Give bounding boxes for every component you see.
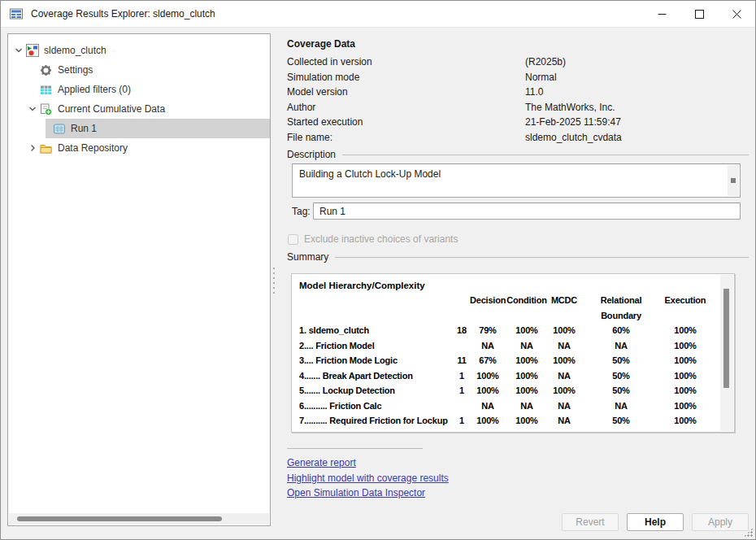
table-row-name: 6.......... Friction Calc bbox=[299, 398, 454, 414]
apply-button: Apply bbox=[692, 513, 749, 531]
coverage-results-explorer-window: Coverage Results Explorer: sldemo_clutch bbox=[0, 0, 756, 540]
maximize-icon bbox=[695, 10, 704, 19]
table-row-name: 4....... Break Apart Detection bbox=[299, 368, 454, 384]
minimize-button[interactable] bbox=[643, 1, 680, 27]
description-textarea[interactable]: Building a Clutch Lock-Up Model This exa… bbox=[292, 163, 741, 198]
tree-item-run1[interactable]: Run 1 bbox=[46, 119, 270, 138]
tree-item-label: Applied filters (0) bbox=[58, 84, 131, 95]
app-icon bbox=[9, 7, 24, 21]
filter-table-icon bbox=[39, 85, 53, 95]
description-line2: This example shows how to use Simulink(R… bbox=[299, 195, 722, 198]
chevron-down-icon[interactable] bbox=[12, 46, 25, 54]
tree-item-model[interactable]: sldemo_clutch bbox=[8, 41, 270, 60]
help-button[interactable]: Help bbox=[627, 513, 684, 531]
tree-item-applied-filters[interactable]: Applied filters (0) bbox=[8, 80, 270, 99]
run-grid-icon bbox=[52, 124, 66, 134]
tree-item-label: Run 1 bbox=[71, 123, 97, 134]
open-sdi-link[interactable]: Open Simulation Data Inspector bbox=[287, 486, 749, 501]
close-icon bbox=[732, 10, 741, 19]
column-header: Execution bbox=[662, 293, 709, 308]
close-button[interactable] bbox=[718, 1, 755, 27]
tree-item-label: Settings bbox=[58, 64, 93, 76]
column-header: Condition bbox=[506, 293, 548, 308]
summary-vertical-scrollbar[interactable] bbox=[720, 275, 733, 431]
table-row-name: 1. sldemo_clutch bbox=[299, 323, 454, 338]
field-value: sldemo_clutch_cvdata bbox=[525, 130, 749, 146]
description-separator-line bbox=[342, 155, 749, 155]
highlight-model-link[interactable]: Highlight model with coverage results bbox=[287, 471, 749, 486]
field-value: The MathWorks, Inc. bbox=[525, 100, 749, 115]
simulink-model-icon bbox=[25, 44, 39, 57]
column-header: MCDC bbox=[548, 293, 580, 308]
tree-horizontal-scrollbar[interactable] bbox=[9, 513, 269, 525]
folder-icon bbox=[39, 143, 53, 154]
description-scrollbar[interactable] bbox=[728, 165, 739, 196]
tag-input[interactable] bbox=[313, 202, 741, 220]
coverage-data-heading: Coverage Data bbox=[287, 38, 749, 50]
column-header: Relational Boundary bbox=[580, 293, 662, 323]
chevron-down-icon[interactable] bbox=[26, 105, 39, 113]
table-row-name: 8....... Lockup FSM bbox=[299, 429, 454, 433]
description-scrollbar-thumb[interactable] bbox=[731, 178, 736, 183]
chevron-right-icon[interactable] bbox=[26, 144, 39, 152]
field-label: Author bbox=[287, 100, 525, 115]
summary-table: Decision Condition MCDC Relational Bound… bbox=[299, 293, 734, 433]
coverage-data-fields: Collected in version(R2025b) Simulation … bbox=[287, 54, 749, 145]
table-row-name: 7.......... Required Friction for Lockup bbox=[299, 413, 454, 429]
field-value: 21-Feb-2025 11:59:47 bbox=[525, 115, 749, 130]
minimize-icon bbox=[658, 10, 667, 19]
tree-item-settings[interactable]: Settings bbox=[8, 60, 270, 80]
field-label: Model version bbox=[287, 85, 525, 100]
generate-report-link[interactable]: Generate report bbox=[287, 455, 749, 471]
table-row-name: 5....... Lockup Detection bbox=[299, 383, 454, 398]
summary-vertical-scrollbar-thumb[interactable] bbox=[723, 289, 729, 388]
tree-item-data-repository[interactable]: Data Repository bbox=[8, 138, 270, 158]
tree-item-label: Data Repository bbox=[58, 142, 128, 154]
summary-table-title: Model Hierarchy/Complexity bbox=[299, 281, 734, 290]
title-bar: Coverage Results Explorer: sldemo_clutch bbox=[1, 1, 755, 28]
field-label: Simulation mode bbox=[287, 70, 525, 85]
tree-item-label: sldemo_clutch bbox=[44, 45, 106, 56]
table-row-name: 3.... Friction Mode Logic bbox=[299, 353, 454, 368]
window-title: Coverage Results Explorer: sldemo_clutch bbox=[31, 8, 215, 20]
field-value: 11.0 bbox=[525, 85, 749, 100]
column-header: Decision bbox=[470, 293, 506, 308]
summary-heading: Summary bbox=[287, 251, 328, 263]
summary-separator-line bbox=[335, 257, 749, 258]
table-row-name: 2.... Friction Model bbox=[299, 338, 454, 354]
field-value: Normal bbox=[525, 70, 749, 85]
links-divider bbox=[287, 448, 423, 449]
field-label: Collected in version bbox=[287, 54, 525, 70]
exclude-variants-checkbox bbox=[288, 234, 298, 245]
model-tree-panel: sldemo_clutch Settings bbox=[7, 33, 271, 526]
exclude-variants-label: Exclude inactive choices of variants bbox=[304, 233, 458, 245]
field-label: Started execution bbox=[287, 115, 525, 130]
add-data-icon bbox=[39, 103, 53, 115]
revert-button: Revert bbox=[562, 513, 619, 531]
summary-table-container: Model Hierarchy/Complexity Decision Cond… bbox=[291, 273, 735, 433]
coverage-data-panel: Coverage Data Collected in version(R2025… bbox=[284, 33, 749, 531]
field-label: File name: bbox=[287, 130, 525, 146]
description-line1: Building a Clutch Lock-Up Model bbox=[299, 168, 722, 181]
tag-label: Tag: bbox=[292, 206, 313, 217]
description-heading: Description bbox=[287, 149, 336, 160]
tree-item-current-cumulative-data[interactable]: Current Cumulative Data bbox=[8, 99, 270, 119]
tree-item-label: Current Cumulative Data bbox=[58, 103, 165, 115]
field-value: (R2025b) bbox=[525, 54, 749, 70]
maximize-button[interactable] bbox=[680, 1, 718, 27]
panel-splitter-handle[interactable] bbox=[272, 266, 276, 294]
tree-horizontal-scrollbar-thumb[interactable] bbox=[17, 516, 222, 521]
gear-icon bbox=[39, 64, 53, 76]
